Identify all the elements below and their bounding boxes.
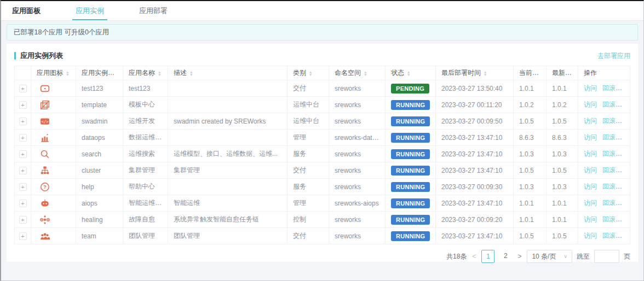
expand-row-button[interactable]: + bbox=[19, 200, 27, 207]
column-header-latest-version[interactable]: 最新版本▲▼ bbox=[547, 66, 578, 80]
instance-id-cell: cluster bbox=[76, 162, 123, 179]
instance-id-cell: healing bbox=[76, 212, 123, 228]
access-link[interactable]: 访问 bbox=[584, 215, 597, 223]
team-icon bbox=[40, 231, 50, 241]
rollback-link[interactable]: 回滚 bbox=[602, 166, 616, 174]
page-button-1[interactable]: 1 bbox=[481, 250, 495, 263]
sort-icon[interactable]: ▲▼ bbox=[158, 71, 161, 76]
app-name-cell: 数据运维平台 bbox=[123, 130, 168, 146]
column-header-namespace[interactable]: 命名空间▲▼ bbox=[329, 66, 386, 80]
sort-icon[interactable]: ▲▼ bbox=[189, 71, 193, 76]
last-deploy-time-cell: 2023-03-27 13:47:10 bbox=[436, 228, 514, 244]
latest-version-cell: 1.0.5 bbox=[547, 228, 578, 244]
expand-row-button[interactable]: + bbox=[19, 134, 27, 142]
column-header-icon[interactable]: 应用图标▲▼ bbox=[31, 66, 76, 80]
access-link[interactable]: 访问 bbox=[584, 117, 597, 125]
column-header-instance-id[interactable]: 应用实例标识▲▼ bbox=[76, 66, 123, 80]
uninstall-link[interactable]: 卸载 bbox=[621, 133, 630, 141]
tab-app-deploy[interactable]: 应用部署 bbox=[136, 1, 171, 20]
column-label: 最新版本 bbox=[552, 69, 578, 77]
expand-cell: + bbox=[15, 113, 31, 130]
uninstall-link[interactable]: 卸载 bbox=[621, 101, 630, 108]
last-deploy-time-cell: 2023-03-27 13:47:10 bbox=[436, 130, 514, 146]
uninstall-link[interactable]: 卸载 bbox=[621, 215, 630, 223]
sort-icon[interactable]: ▲▼ bbox=[364, 71, 367, 76]
expand-row-button[interactable]: + bbox=[19, 167, 27, 174]
status-badge: RUNNING bbox=[391, 100, 430, 110]
go-deploy-app-link[interactable]: 去部署应用 bbox=[597, 51, 630, 61]
rollback-link[interactable]: 回滚 bbox=[602, 215, 616, 223]
app-name-cell: 故障自愈 bbox=[123, 212, 168, 228]
column-header-description[interactable]: 描述▲▼ bbox=[168, 66, 288, 80]
current-version-cell: 1.0.1 bbox=[514, 80, 547, 97]
column-header-current-version[interactable]: 当前版本▲▼ bbox=[514, 66, 547, 80]
rollback-link[interactable]: 回滚 bbox=[602, 117, 616, 125]
rollback-link[interactable]: 回滚 bbox=[602, 232, 616, 239]
tab-app-instances[interactable]: 应用实例 bbox=[72, 1, 107, 20]
rollback-link[interactable]: 回滚 bbox=[602, 183, 616, 190]
uninstall-link[interactable]: 卸载 bbox=[621, 166, 630, 174]
rollback-link[interactable]: 回滚 bbox=[602, 84, 616, 92]
rollback-link[interactable]: 回滚 bbox=[602, 133, 616, 141]
rollback-link[interactable]: 回滚 bbox=[602, 199, 616, 207]
uninstall-link[interactable]: 卸载 bbox=[621, 84, 630, 92]
column-header-category[interactable]: 类别▲▼ bbox=[288, 66, 329, 80]
jump-page-input[interactable] bbox=[594, 250, 619, 263]
app-icon-cell bbox=[31, 162, 76, 179]
page-size-select[interactable]: 10 条/页 ∨ bbox=[527, 250, 572, 263]
expand-row-button[interactable]: + bbox=[19, 183, 27, 191]
sort-icon[interactable]: ▲▼ bbox=[309, 71, 312, 76]
expand-row-button[interactable]: + bbox=[19, 232, 27, 240]
access-link[interactable]: 访问 bbox=[584, 183, 597, 190]
actions-cell: 访问回滚卸载 bbox=[578, 195, 630, 212]
status-badge: RUNNING bbox=[391, 149, 430, 159]
column-label: 类别 bbox=[293, 69, 306, 77]
total-count: 共18条 bbox=[446, 252, 467, 261]
uninstall-link[interactable]: 卸载 bbox=[621, 150, 630, 157]
prev-page-button[interactable]: < bbox=[471, 253, 477, 260]
sort-icon[interactable]: ▲▼ bbox=[66, 71, 69, 76]
column-header-app-name[interactable]: 应用名称▲▼ bbox=[123, 66, 168, 80]
tab-app-panel[interactable]: 应用面板 bbox=[9, 1, 44, 20]
expand-row-button[interactable]: + bbox=[19, 85, 27, 92]
column-header-last-deploy-time[interactable]: 最后部署时间▲▼ bbox=[436, 66, 514, 80]
access-link[interactable]: 访问 bbox=[584, 84, 597, 92]
last-deploy-time-cell: 2023-03-27 00:09:30 bbox=[436, 179, 514, 195]
access-link[interactable]: 访问 bbox=[584, 199, 597, 207]
table-row: +healing故障自愈系统异常触发智能自愈任务链控制sreworksRUNNI… bbox=[15, 212, 630, 228]
category-cell: 管理 bbox=[288, 130, 329, 146]
next-page-button[interactable]: > bbox=[516, 253, 522, 260]
expand-row-button[interactable]: + bbox=[19, 216, 27, 224]
rollback-link[interactable]: 回滚 bbox=[602, 101, 616, 108]
template-icon bbox=[40, 100, 50, 110]
access-link[interactable]: 访问 bbox=[584, 133, 597, 141]
access-link[interactable]: 访问 bbox=[584, 232, 597, 239]
uninstall-link[interactable]: 卸载 bbox=[621, 183, 630, 190]
instance-id-cell: search bbox=[76, 146, 123, 162]
uninstall-link[interactable]: 卸载 bbox=[621, 117, 630, 125]
instance-id-cell: template bbox=[76, 97, 123, 113]
expand-cell: + bbox=[15, 162, 31, 179]
app-icon-cell bbox=[31, 146, 76, 162]
uninstall-link[interactable]: 卸载 bbox=[621, 199, 630, 207]
column-label: 状态 bbox=[391, 69, 404, 77]
app-icon-cell bbox=[31, 97, 76, 113]
sort-icon[interactable]: ▲▼ bbox=[484, 71, 487, 76]
status-cell: PENDING bbox=[386, 80, 436, 97]
sort-icon[interactable]: ▲▼ bbox=[407, 71, 410, 76]
column-header-status[interactable]: 状态▲▼ bbox=[386, 66, 436, 80]
access-link[interactable]: 访问 bbox=[584, 101, 597, 108]
expand-cell: + bbox=[15, 146, 31, 162]
actions-cell: 访问回滚卸载 bbox=[578, 80, 630, 97]
status-badge: PENDING bbox=[391, 84, 429, 93]
expand-row-button[interactable]: + bbox=[19, 101, 27, 109]
deploy-summary-banner: 已部署18个应用 可升级0个应用 bbox=[7, 24, 638, 40]
uninstall-link[interactable]: 卸载 bbox=[621, 232, 630, 239]
rollback-link[interactable]: 回滚 bbox=[602, 150, 616, 157]
app-name-cell: 集群管理 bbox=[123, 162, 168, 179]
expand-row-button[interactable]: + bbox=[19, 150, 27, 158]
page-button-2[interactable]: 2 bbox=[499, 250, 512, 263]
access-link[interactable]: 访问 bbox=[584, 166, 597, 174]
access-link[interactable]: 访问 bbox=[584, 150, 597, 157]
expand-row-button[interactable]: + bbox=[19, 118, 27, 125]
